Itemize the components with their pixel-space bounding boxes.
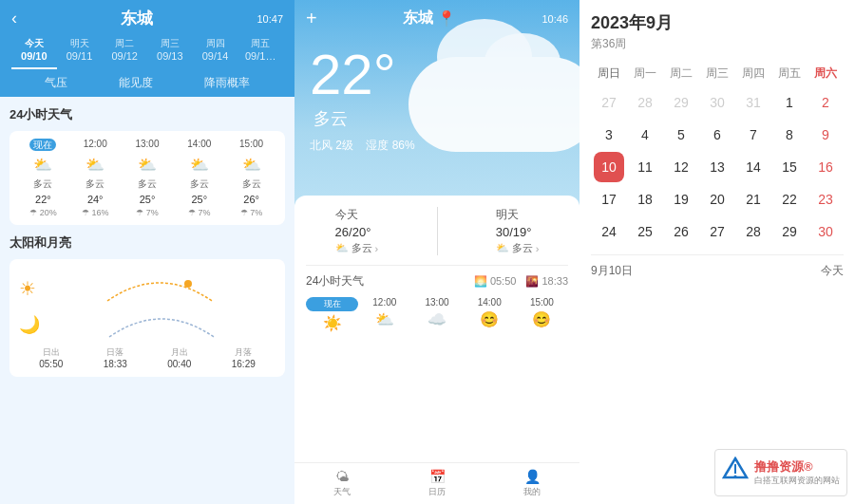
wind-info: 北风 2级 xyxy=(310,139,353,152)
cal-day[interactable]: 29 xyxy=(774,216,805,247)
moon-arc xyxy=(48,310,276,339)
cal-day[interactable]: 27 xyxy=(702,216,732,247)
hourly-temp-3: 25° xyxy=(173,194,225,205)
cal-day[interactable]: 24 xyxy=(594,216,624,247)
calendar-footer: 9月10日 今天 xyxy=(591,254,844,279)
panel1-weather-detail: ‹ 东城 10:47 今天 09/10 明天 09/11 周二 09/12 周三… xyxy=(0,0,294,504)
cal-day[interactable]: 5 xyxy=(666,120,696,150)
svg-point-0 xyxy=(184,280,192,288)
cal-day[interactable]: 12 xyxy=(666,152,696,182)
cal-day[interactable]: 8 xyxy=(774,120,805,150)
cal-week-4: 17 18 19 20 21 22 23 xyxy=(591,184,844,215)
panel1-body: 24小时天气 现在 12:00 13:00 14:00 15:00 xyxy=(0,97,294,504)
panel3-wrapper: 2023年9月 第36周 周日 周一 周二 周三 周四 周五 周六 27 28 … xyxy=(580,0,855,504)
moonset-time: 月落 16:29 xyxy=(232,346,256,369)
logo-text: 撸撸资源® 白搭互联网资源的网站 xyxy=(754,459,840,487)
cal-day[interactable]: 6 xyxy=(702,120,732,150)
today-desc: 多云 xyxy=(352,241,372,255)
cal-day[interactable]: 2 xyxy=(810,87,841,118)
cal-day[interactable]: 16 xyxy=(810,152,841,182)
date-tab-3[interactable]: 周三 09/13 xyxy=(147,33,193,69)
p2-hour-0: 现在 ☀️ xyxy=(306,297,358,335)
nav-profile-icon: 👤 xyxy=(524,469,541,484)
panel2-status-time: 10:46 xyxy=(542,13,568,25)
sun-moon-card: ☀ 🌙 日出 05:50 xyxy=(10,259,285,377)
cal-day[interactable]: 26 xyxy=(666,216,696,247)
cal-day[interactable]: 22 xyxy=(774,184,805,215)
city-label: 东城 xyxy=(403,9,433,28)
cal-day[interactable]: 17 xyxy=(594,184,624,215)
p2-hour-3: 14:00 😊 xyxy=(464,297,516,335)
p2-section-24h: 24小时天气 xyxy=(306,273,364,289)
cal-day[interactable]: 1 xyxy=(774,87,805,118)
hourly-col-3: 14:00 xyxy=(173,139,225,152)
cal-day[interactable]: 28 xyxy=(738,216,769,247)
cal-day[interactable]: 28 xyxy=(630,87,660,118)
cal-day[interactable]: 20 xyxy=(702,184,732,215)
cal-day[interactable]: 4 xyxy=(630,120,660,150)
moon-icon: 🌙 xyxy=(19,314,40,335)
hourly-temp-0: 22° xyxy=(17,194,69,205)
cal-day[interactable]: 7 xyxy=(738,120,769,150)
date-tab-4[interactable]: 周四 09/14 xyxy=(193,33,238,69)
bottom-nav: 🌤 天气 📅 日历 👤 我的 xyxy=(294,462,580,504)
wind-humidity: 北风 2级 湿度 86% xyxy=(294,134,580,158)
nav-weather[interactable]: 🌤 天气 xyxy=(333,469,351,498)
cal-day[interactable]: 29 xyxy=(666,87,696,118)
tomorrow-desc: 多云 xyxy=(512,241,533,255)
p2-hourly-row: 现在 ☀️ 12:00 ⛅ 13:00 ☁️ 14:00 😊 15:00 xyxy=(306,297,568,335)
cal-day-today[interactable]: 10 xyxy=(594,152,624,182)
add-city-button[interactable]: + xyxy=(306,8,317,29)
hourly-rain-1: ☂ 16% xyxy=(69,208,122,217)
cal-day[interactable]: 30 xyxy=(810,216,841,247)
metric-visibility[interactable]: 能见度 xyxy=(119,75,153,91)
sunset-time: 日落 18:33 xyxy=(104,346,127,369)
cal-day[interactable]: 9 xyxy=(810,120,841,150)
logo-icon xyxy=(722,457,749,489)
cal-day[interactable]: 11 xyxy=(630,152,660,182)
cal-day[interactable]: 23 xyxy=(810,184,841,215)
calendar-day-headers: 周日 周一 周二 周三 周四 周五 周六 xyxy=(591,64,844,84)
hourly-rain-0: ☂ 20% xyxy=(17,208,69,217)
tomorrow-arrow: › xyxy=(536,243,540,254)
col-header-sat: 周六 xyxy=(808,64,844,84)
cal-day[interactable]: 3 xyxy=(594,120,624,150)
today-icon: ⛅ xyxy=(335,242,349,254)
cal-day[interactable]: 18 xyxy=(630,184,660,215)
calendar-header: 2023年9月 第36周 xyxy=(591,11,844,60)
cal-day[interactable]: 27 xyxy=(594,87,624,118)
date-tab-0[interactable]: 今天 09/10 xyxy=(11,33,57,69)
weather-condition: 多云 xyxy=(314,107,564,130)
hourly-icon-1: ⛅ xyxy=(69,156,122,174)
hourly-rain-2: ☂ 7% xyxy=(122,208,174,217)
cal-week-2: 3 4 5 6 7 8 9 xyxy=(591,120,844,150)
metric-rain[interactable]: 降雨概率 xyxy=(204,75,250,91)
cal-day[interactable]: 15 xyxy=(774,152,805,182)
today-tomorrow-row: 今天 26/20° ⛅ 多云 › 明天 30/19° ⛅ 多云 › xyxy=(306,207,568,266)
panel2-header: + 东城 📍 10:46 xyxy=(294,0,580,37)
cal-day[interactable]: 31 xyxy=(738,87,769,118)
nav-profile[interactable]: 👤 我的 xyxy=(523,469,541,498)
back-button[interactable]: ‹ xyxy=(11,9,17,28)
location-icon: 📍 xyxy=(437,9,456,28)
date-tab-1[interactable]: 明天 09/11 xyxy=(57,33,103,69)
today-temp: 26/20° xyxy=(335,225,371,239)
date-tab-2[interactable]: 周二 09/12 xyxy=(102,33,147,69)
hourly-rain-4: ☂ 7% xyxy=(225,208,277,217)
cal-day[interactable]: 30 xyxy=(702,87,732,118)
nav-calendar-label: 日历 xyxy=(428,486,446,498)
nav-calendar[interactable]: 📅 日历 xyxy=(428,469,446,498)
cal-day[interactable]: 21 xyxy=(738,184,769,215)
date-tab-5[interactable]: 周五 09/1… xyxy=(238,33,283,69)
cal-day[interactable]: 13 xyxy=(702,152,732,182)
cal-day[interactable]: 19 xyxy=(666,184,696,215)
cal-day[interactable]: 25 xyxy=(630,216,660,247)
tomorrow-item: 明天 30/19° ⛅ 多云 › xyxy=(496,207,540,255)
hourly-weather-card: 现在 12:00 13:00 14:00 15:00 ⛅ ⛅ ⛅ xyxy=(10,131,285,225)
cal-day[interactable]: 14 xyxy=(738,152,769,182)
hourly-icon-0: ⛅ xyxy=(17,156,69,174)
hourly-temp-2: 25° xyxy=(122,194,174,205)
tt-divider xyxy=(437,207,438,255)
col-header-sun: 周日 xyxy=(591,64,627,84)
metric-pressure[interactable]: 气压 xyxy=(45,75,67,91)
